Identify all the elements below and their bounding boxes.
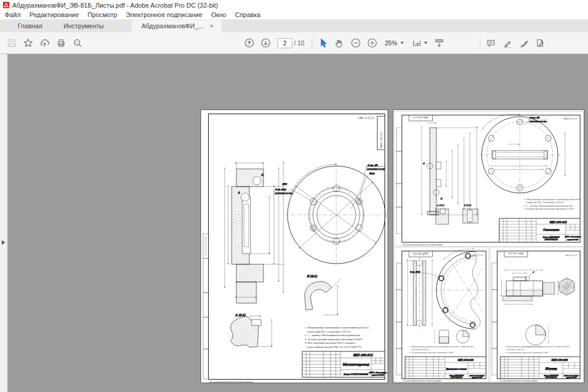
next-page-icon [260, 38, 271, 48]
menu-window[interactable]: Окно [211, 11, 226, 18]
svg-text:2. * – размер обеспечивается и: 2. * – размер обеспечивается инструменто… [305, 334, 360, 337]
watermark-text: Не для коммерческого использования [499, 380, 538, 382]
hand-tool-button[interactable] [331, 35, 348, 51]
drawing-material: Сталь 3 ГОСТ 380-2005 [343, 373, 369, 376]
acrobat-pdf-icon [3, 2, 9, 8]
fit-page-dropdown[interactable] [409, 35, 431, 51]
edit-pdf-button[interactable] [532, 35, 549, 51]
chevron-down-icon [424, 42, 427, 44]
subsheet-ring: ВКР.100.016 √Ra 3.2 (√) [395, 247, 489, 382]
zoom-level-dropdown[interactable]: 25% [380, 39, 409, 46]
detail-views [435, 330, 469, 343]
watermark-text: Не для коммерческого использования [209, 381, 253, 383]
svg-text:1. Неуказанные предельные откл: 1. Неуказанные предельные отклонения вал… [524, 198, 580, 201]
comment-button[interactable] [483, 35, 499, 51]
svg-text:остальных ±IT12/2.: остальных ±IT12/2. [506, 348, 525, 351]
fill-sign-icon [519, 38, 529, 48]
share-button[interactable] [36, 35, 53, 51]
tab-tools[interactable]: Инструменты [53, 20, 115, 32]
watermark-text: Не для коммерческого использования [403, 244, 443, 246]
zoom-in-icon [367, 38, 377, 48]
drawing-title: Основание [543, 228, 560, 231]
drawing-code: ВКР.100.016 [457, 358, 473, 361]
previous-page-icon [244, 38, 255, 48]
holes-callout: 6 отв. Ø3 [368, 164, 378, 167]
technical-notes: 1. Неуказанные предельные отклонения вал… [409, 346, 475, 354]
highlight-button[interactable] [499, 35, 516, 51]
search-icon [72, 38, 83, 48]
tab-home[interactable]: Главная [7, 20, 53, 32]
tab-document[interactable]: АбдурахмановФИ_... × [132, 20, 221, 32]
fit-width-button[interactable] [431, 35, 447, 51]
drawing-material-2: ГОСТ 5632-72 [450, 377, 462, 378]
zoom-out-button[interactable] [348, 35, 364, 51]
select-tool-button[interactable] [315, 35, 331, 51]
drawing-title: Прижимное кольцо [446, 368, 467, 370]
menu-view[interactable]: Просмотр [88, 11, 117, 18]
drawing-material-1: Сталь 12Х18Н10Т [543, 236, 560, 238]
hand-tool-icon [334, 38, 345, 48]
window-titlebar: АбдурахмановФИ_ЭВ-81Б_Листы.pdf - Adobe … [0, 0, 588, 10]
drawing-title: Магнитопровод [343, 363, 370, 367]
tab-document-label: АбдурахмановФИ_... [141, 22, 203, 29]
hex-end-view [557, 277, 577, 297]
menu-bar: Файл Редактирование Просмотр Электронное… [0, 10, 588, 19]
technical-notes: 1. Неуказанные предельные отклонения вал… [505, 346, 570, 354]
svg-text:2. * – размер обеспечивается и: 2. * – размер обеспечивается инструменто… [524, 205, 573, 207]
watermark-text: Не для коммерческого использования [403, 380, 442, 382]
technical-notes: 1. Неуказанные предельные отклонения вал… [524, 198, 580, 210]
print-icon [56, 38, 66, 48]
svg-text:4. Все поверхности кроме В и Г: 4. Все поверхности кроме В и Г покрыть [305, 341, 356, 344]
chevron-down-icon [400, 42, 404, 44]
zoom-level-value: 25% [385, 39, 397, 46]
holes2-callout: 6 отв. Ø4,2 [275, 188, 286, 191]
org-line1: НГТУ г. Новосибирск [369, 371, 387, 374]
navigation-pane-collapsed[interactable] [0, 54, 8, 392]
expand-panel-icon[interactable] [2, 240, 5, 245]
front-view: 6 отв. Ø3 равномерно по окр. [479, 113, 565, 197]
roughness-mark: √Ra 3.2 (√) [471, 254, 483, 257]
section-view: Г [502, 270, 558, 304]
menu-esign[interactable]: Электронное подписание [126, 11, 202, 18]
pdf-page-1: ВКР.100.012 √Ra 3.2 (√) [201, 109, 388, 383]
title-block: ВКР.100.012 Магнитопровод Сталь 3 ГОСТ 3… [302, 351, 387, 377]
zoom-in-button[interactable] [364, 35, 380, 51]
detail-b-label: Б (2:1) [464, 204, 472, 207]
window-title: АбдурахмановФИ_ЭВ-81Б_Листы.pdf - Adobe … [12, 2, 218, 9]
roughness-mark: √Ra 3.2 (√) [563, 117, 577, 120]
section-view: Б А [225, 162, 285, 303]
svg-text:1. Неуказанные предельные откл: 1. Неуказанные предельные отклонения вал… [305, 326, 369, 329]
holes-callout: 6 отв. Ø3,2 [410, 271, 420, 273]
drawing-material-2: ГОСТ 5632-72 [544, 238, 558, 241]
d42-callout: Ø4,2 [369, 172, 375, 175]
fill-sign-button[interactable] [516, 35, 532, 51]
svg-text:3. Острые кромки притупить фас: 3. Острые кромки притупить фасками 0,5х4… [305, 338, 363, 341]
corner-code-stamp: ВКР.100.016 [413, 252, 429, 255]
highlight-icon [502, 38, 513, 48]
detail-b-label: Б (4:1) [307, 274, 318, 278]
page-number-input[interactable]: 2 [278, 38, 292, 48]
search-button[interactable] [69, 35, 86, 51]
next-page-button[interactable] [258, 35, 274, 51]
previous-page-button[interactable] [241, 35, 258, 51]
zoom-out-icon [350, 38, 361, 48]
print-button[interactable] [53, 35, 69, 51]
menu-edit[interactable]: Редактирование [29, 11, 79, 18]
star-button[interactable] [20, 35, 36, 51]
org-line2: группа ЭВ-81Б [372, 374, 384, 376]
org-line2: группа ЭВ-81Б [566, 377, 577, 378]
drawing-code: ВКР.100.012 [353, 353, 373, 357]
menu-file[interactable]: Файл [5, 11, 21, 18]
holes-callout: 6 отв. Ø3 [530, 117, 540, 119]
menu-help[interactable]: Справка [235, 11, 260, 18]
detail-view-a: А (2:1) [230, 313, 273, 347]
svg-text:1. Неуказанные предельные откл: 1. Неуказанные предельные отклонения вал… [505, 346, 570, 348]
callout-g-label: Г [533, 271, 534, 274]
save-button[interactable] [4, 35, 20, 51]
technical-notes: 1. Неуказанные предельные отклонения вал… [305, 326, 369, 348]
detail-a-label: А (2:1) [235, 313, 246, 317]
tab-close-icon[interactable]: × [209, 23, 213, 29]
svg-text:остальных ±IT12/2.: остальных ±IT12/2. [411, 348, 430, 351]
callout-a-label: А [238, 191, 240, 194]
toolbar-divider [312, 36, 312, 49]
